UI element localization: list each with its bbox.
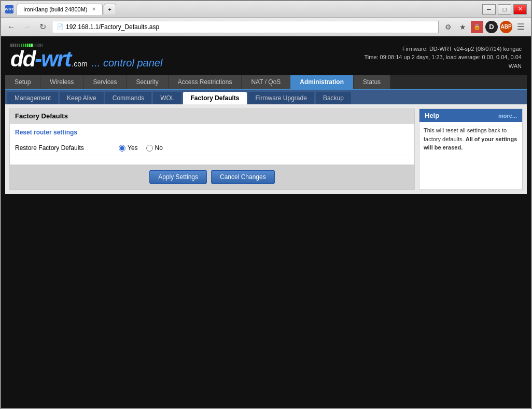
help-body: This will reset all settings back to fac… <box>419 122 522 156</box>
logo-dash: - <box>35 47 41 71</box>
browser-tab[interactable]: IronKlang (build 24800M) ✕ <box>17 4 103 15</box>
button-bar: Apply Settings Cancel Changes <box>10 165 414 189</box>
form-label: Restore Factory Defaults <box>15 144 119 152</box>
back-button[interactable]: ← <box>5 21 18 33</box>
radio-group: Yes No <box>119 144 163 152</box>
radio-no-text: No <box>155 144 163 152</box>
radio-yes-text: Yes <box>128 144 138 152</box>
help-title: Help <box>425 112 439 119</box>
logo-text: dd-wrt <box>10 48 71 70</box>
nav-tab-services[interactable]: Services <box>83 75 127 89</box>
sub-tab-keep-alive[interactable]: Keep Alive <box>60 92 104 104</box>
help-panel: Help more... This will reset all setting… <box>419 108 523 190</box>
window-frame: WRT IronKlang (build 24800M) ✕ + ─ □ ✕ ←… <box>0 0 532 409</box>
main-panel: Factory Defaults Reset router settings R… <box>9 108 415 190</box>
shield-icon[interactable]: 🔒 <box>471 21 483 33</box>
new-tab-button[interactable]: + <box>104 4 116 15</box>
nav-tab-administration[interactable]: Administration <box>290 75 354 89</box>
radio-yes-label[interactable]: Yes <box>119 144 138 152</box>
bookmark-icon[interactable]: ★ <box>456 21 469 33</box>
tab-label: IronKlang (build 24800M) <box>23 6 88 12</box>
sub-tab-factory-defaults[interactable]: Factory Defaults <box>183 92 246 104</box>
browser-icons: ⚙ ★ 🔒 D ABP ☰ <box>442 21 527 33</box>
browser-toolbar: ← → ↻ 📄 192.168.1.1/Factory_Defaults.asp… <box>1 18 531 36</box>
browser-content: dd-wrt .com ... control panel Firmware: … <box>1 36 531 408</box>
radio-no[interactable] <box>146 145 153 152</box>
firmware-line1: Firmware: DD-WRT v24-sp2 (08/07/14) kong… <box>364 45 522 53</box>
radio-no-label[interactable]: No <box>146 144 163 152</box>
nav-tab-wireless[interactable]: Wireless <box>40 75 83 89</box>
nav-tab-security[interactable]: Security <box>127 75 168 89</box>
title-bar: WRT IronKlang (build 24800M) ✕ + ─ □ ✕ <box>1 1 531 18</box>
sub-tab-backup[interactable]: Backup <box>316 92 351 104</box>
apply-settings-button[interactable]: Apply Settings <box>149 170 207 184</box>
control-panel-label: ... control panel <box>92 57 163 71</box>
minimize-button[interactable]: ─ <box>482 4 496 15</box>
nav-tabs: SetupWirelessServicesSecurityAccess Rest… <box>5 75 527 90</box>
logo-dotcom: .com <box>72 60 87 71</box>
nav-tab-access-restrictions[interactable]: Access Restrictions <box>169 75 242 89</box>
logo-wrt: wrt <box>41 47 71 71</box>
nav-tab-nat-/-qos[interactable]: NAT / QoS <box>242 75 290 89</box>
form-row: Restore Factory Defaults Yes No <box>15 141 409 155</box>
sub-tab-commands[interactable]: Commands <box>105 92 151 104</box>
page-icon: 📄 <box>57 23 64 30</box>
d-icon[interactable]: D <box>485 21 498 33</box>
browser-tab-bar: IronKlang (build 24800M) ✕ + <box>17 4 116 15</box>
maximize-button[interactable]: □ <box>498 4 511 15</box>
address-bar[interactable]: 📄 192.168.1.1/Factory_Defaults.asp <box>52 21 439 33</box>
help-text: This will reset all settings back to fac… <box>424 126 518 152</box>
window-controls: ─ □ ✕ <box>482 4 527 15</box>
close-button[interactable]: ✕ <box>513 4 527 15</box>
logo-area: dd-wrt .com ... control panel <box>10 44 162 71</box>
content-area: Factory Defaults Reset router settings R… <box>5 104 527 194</box>
sub-tab-management[interactable]: Management <box>7 92 58 104</box>
section-title: Reset router settings <box>15 129 409 136</box>
router-ui: dd-wrt .com ... control panel Firmware: … <box>1 36 531 198</box>
sub-tabs: ManagementKeep AliveCommandsWOLFactory D… <box>5 90 527 104</box>
menu-icon[interactable]: ☰ <box>514 21 527 33</box>
panel-title: Factory Defaults <box>10 109 414 124</box>
nav-tab-setup[interactable]: Setup <box>5 75 40 89</box>
radio-yes[interactable] <box>119 145 125 152</box>
adblock-icon[interactable]: ABP <box>500 21 512 33</box>
reload-button[interactable]: ↻ <box>36 21 49 33</box>
tab-close-icon[interactable]: ✕ <box>92 6 96 12</box>
app-icon: WRT <box>5 5 13 13</box>
help-more-link[interactable]: more... <box>498 113 517 119</box>
sub-tab-firmware-upgrade[interactable]: Firmware Upgrade <box>248 92 314 104</box>
logo-dd: dd <box>10 47 35 71</box>
firmware-line2: Time: 09:08:14 up 2 days, 1:23, load ave… <box>364 53 522 62</box>
address-text: 192.168.1.1/Factory_Defaults.asp <box>66 23 159 31</box>
router-header: dd-wrt .com ... control panel Firmware: … <box>5 40 527 74</box>
help-emphasis: All of your settings will be erased. <box>424 136 517 151</box>
cancel-changes-button[interactable]: Cancel Changes <box>211 170 275 184</box>
panel-body: Reset router settings Restore Factory De… <box>10 124 414 160</box>
firmware-line3: WAN <box>364 62 522 71</box>
forward-button[interactable]: → <box>21 21 33 33</box>
help-header: Help more... <box>419 109 522 122</box>
tools-icon[interactable]: ⚙ <box>442 21 454 33</box>
nav-tab-status[interactable]: Status <box>354 75 390 89</box>
firmware-info: Firmware: DD-WRT v24-sp2 (08/07/14) kong… <box>364 45 522 71</box>
sub-tab-wol[interactable]: WOL <box>153 92 181 104</box>
